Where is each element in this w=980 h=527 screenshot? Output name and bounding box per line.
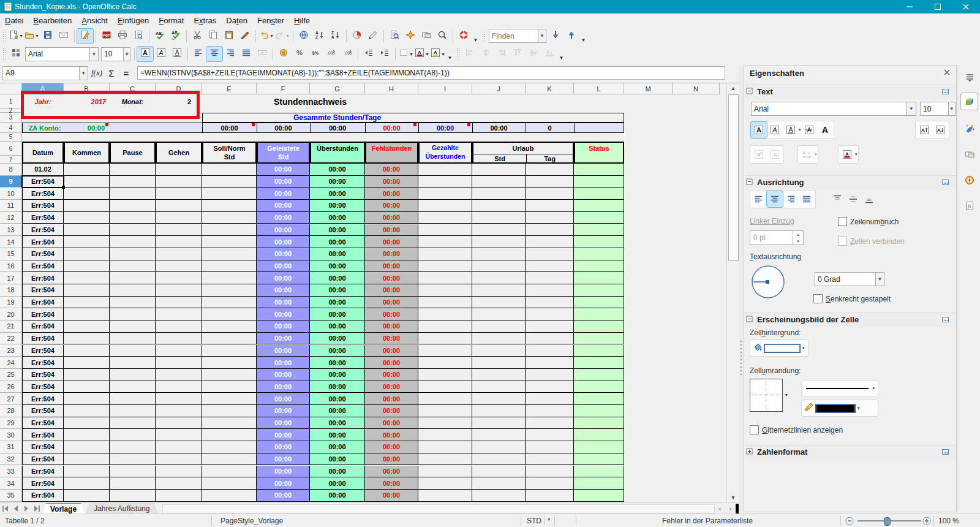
cell-k14[interactable] xyxy=(526,236,574,248)
cell-i15[interactable] xyxy=(418,248,472,260)
cell-g30[interactable]: 00:00 xyxy=(310,429,365,441)
cell-j19[interactable] xyxy=(472,297,526,309)
cell-l26[interactable] xyxy=(574,381,624,393)
section-erscheinungsbild[interactable]: Erscheinungsbild der Zelle xyxy=(745,313,956,327)
cell-i32[interactable] xyxy=(418,453,472,466)
cell-d24[interactable] xyxy=(156,357,202,369)
cell-h18[interactable]: 00:00 xyxy=(365,284,418,297)
lowercase-button[interactable]: At xyxy=(767,146,783,162)
cell-k35[interactable] xyxy=(526,490,574,502)
cell-b14[interactable] xyxy=(64,236,110,248)
cell-g24[interactable]: 00:00 xyxy=(310,357,365,369)
cell-e14[interactable] xyxy=(202,236,257,248)
cell-e31[interactable] xyxy=(202,441,257,453)
row-header-2[interactable]: 2 xyxy=(0,108,22,113)
cell-i33[interactable] xyxy=(418,466,472,478)
formatting-toolbar-more-button[interactable]: ▼ xyxy=(446,46,454,62)
row-header-17[interactable]: 17 xyxy=(0,272,22,284)
zoom-in-button[interactable] xyxy=(922,517,932,527)
cell-b30[interactable] xyxy=(64,429,110,441)
formula-input-line[interactable] xyxy=(137,66,725,80)
zoom-slider-thumb[interactable] xyxy=(884,517,891,526)
cell-f11[interactable]: 00:00 xyxy=(257,200,310,212)
cell-a25[interactable]: Err:504 xyxy=(22,369,64,381)
cell-j22[interactable] xyxy=(472,333,526,345)
column-header-G[interactable]: G xyxy=(310,83,365,94)
equals-button[interactable]: = xyxy=(119,66,134,80)
page-style[interactable]: PageStyle_Vorlage xyxy=(221,517,283,525)
align-right-button[interactable] xyxy=(222,47,238,61)
cell-b20[interactable] xyxy=(64,308,110,320)
cell-h28[interactable]: 00:00 xyxy=(365,405,418,417)
align-left-button[interactable] xyxy=(190,47,206,61)
cell-l11[interactable] xyxy=(574,200,624,212)
cell-d25[interactable] xyxy=(156,369,202,381)
help-button[interactable] xyxy=(456,29,472,44)
cell-b13[interactable] xyxy=(64,224,110,237)
find-replace-button[interactable] xyxy=(386,29,402,44)
cell-f33[interactable]: 00:00 xyxy=(257,466,310,478)
cell-h16[interactable]: 00:00 xyxy=(365,260,418,273)
chevron-down-icon[interactable]: ▼ xyxy=(538,29,546,42)
cell-g25[interactable]: 00:00 xyxy=(310,369,365,381)
menu-einfgen[interactable]: Einfügen xyxy=(113,14,154,27)
cell-l14[interactable] xyxy=(574,236,624,248)
zoom-out-button[interactable] xyxy=(845,517,855,527)
cell-i30[interactable] xyxy=(418,429,472,441)
sidebar-align-right-button[interactable] xyxy=(783,191,799,207)
cell-b31[interactable] xyxy=(64,441,110,453)
row-header-28[interactable]: 28 xyxy=(0,405,22,417)
cell-e11[interactable] xyxy=(202,200,257,212)
cell-f25[interactable]: 00:00 xyxy=(257,369,310,381)
decrease-font-button[interactable]: A xyxy=(932,122,948,138)
align-object-middle-button[interactable] xyxy=(526,47,541,61)
cell-h17[interactable]: 00:00 xyxy=(365,272,418,284)
column-header-K[interactable]: K xyxy=(526,83,574,94)
cell-i9[interactable] xyxy=(418,176,472,188)
cell-g23[interactable]: 00:00 xyxy=(310,345,365,357)
cell-e16[interactable] xyxy=(202,260,257,273)
cell-l28[interactable] xyxy=(574,405,624,417)
cell-g28[interactable]: 00:00 xyxy=(310,405,365,417)
cell-g26[interactable]: 00:00 xyxy=(310,381,365,393)
cell-h15[interactable]: 00:00 xyxy=(365,248,418,260)
cell-e15[interactable] xyxy=(202,248,257,260)
cell-h23[interactable]: 00:00 xyxy=(365,345,418,357)
cell-a27[interactable]: Err:504 xyxy=(22,393,64,405)
cell-e22[interactable] xyxy=(202,333,257,345)
cell-a12[interactable]: Err:504 xyxy=(22,212,64,224)
cell-f4[interactable]: 00:00 xyxy=(257,123,310,133)
zellen-verbinden-checkbox[interactable]: Zellen verbinden xyxy=(838,237,905,246)
row-header-10[interactable]: 10 xyxy=(0,188,22,200)
chevron-down-icon[interactable]: ▼ xyxy=(89,48,98,61)
cell-g14[interactable]: 00:00 xyxy=(310,236,365,248)
header-d[interactable]: Gehen xyxy=(156,142,202,164)
cell-l18[interactable] xyxy=(574,284,624,297)
cell-f10[interactable]: 00:00 xyxy=(257,188,310,200)
tab-vorlage[interactable]: Vorlage xyxy=(42,503,85,514)
cell-j32[interactable] xyxy=(472,453,526,466)
maximize-button[interactable] xyxy=(924,0,952,13)
cell-j21[interactable] xyxy=(472,320,526,333)
cell-h33[interactable]: 00:00 xyxy=(365,466,418,478)
align-top-button[interactable] xyxy=(829,191,845,207)
selection-mode[interactable]: STD xyxy=(527,517,541,525)
header-i[interactable]: GezahlteÜberstunden xyxy=(418,142,472,164)
cell-a10[interactable]: Err:504 xyxy=(22,188,64,200)
cell-j27[interactable] xyxy=(472,393,526,405)
row-header-33[interactable]: 33 xyxy=(0,466,22,478)
cell-j34[interactable] xyxy=(472,477,526,490)
cell-f30[interactable]: 00:00 xyxy=(257,429,310,441)
cell-h25[interactable]: 00:00 xyxy=(365,369,418,381)
cell-h8[interactable]: 00:00 xyxy=(365,164,418,176)
cell-j33[interactable] xyxy=(472,466,526,478)
insert-chart-button[interactable] xyxy=(349,29,365,44)
cell-f22[interactable]: 00:00 xyxy=(257,333,310,345)
cell-g33[interactable]: 00:00 xyxy=(310,466,365,478)
cell-l30[interactable] xyxy=(574,429,624,441)
cell-d30[interactable] xyxy=(156,429,202,441)
cell-g17[interactable]: 00:00 xyxy=(310,272,365,284)
active-cell-border[interactable] xyxy=(21,175,64,189)
row-header-21[interactable]: 21 xyxy=(0,320,22,333)
sidebar-font-color-button[interactable]: A xyxy=(839,146,855,162)
